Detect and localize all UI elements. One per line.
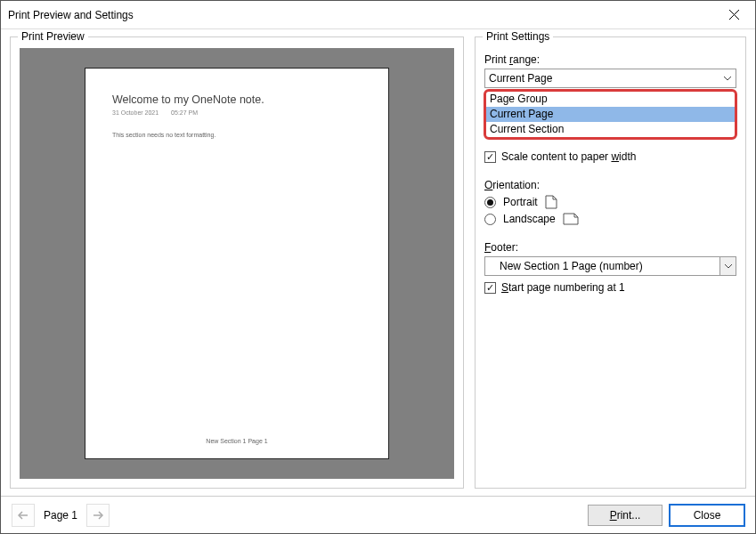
orientation-label: Orientation: [484,179,736,191]
prev-page-button[interactable] [12,504,35,527]
svg-marker-2 [546,196,557,208]
arrow-left-icon [18,510,28,521]
print-range-dropdown: Page Group Current Page Current Section [484,89,737,140]
dialog-body: Print Preview Welcome to my OneNote note… [1,29,755,496]
footer-combo[interactable]: New Section 1 Page (number) [484,256,736,276]
arrow-right-icon [93,510,103,521]
preview-page-title: Welcome to my OneNote note. [112,93,362,106]
start-numbering-row: Start page numbering at 1 [484,281,736,294]
close-button[interactable] [719,3,748,28]
footer-value: New Section 1 Page (number) [489,260,643,272]
orientation-landscape-row: Landscape [484,213,736,225]
titlebar: Print Preview and Settings [1,1,755,29]
footer-bar: Page 1 Print... Close [1,496,755,533]
landscape-radio[interactable] [484,214,496,225]
page-indicator: Page 1 [44,509,77,522]
window-title: Print Preview and Settings [8,9,719,21]
footer-section: Footer: New Section 1 Page (number) [484,241,736,294]
portrait-icon [545,195,557,209]
svg-marker-3 [564,214,578,224]
orientation-portrait-row: Portrait [484,195,736,209]
print-preview-legend: Print Preview [18,30,88,43]
preview-page: Welcome to my OneNote note. 31 October 2… [85,68,389,459]
print-preview-group: Print Preview Welcome to my OneNote note… [10,36,464,489]
portrait-radio[interactable] [484,197,496,208]
print-range-value: Current Page [489,72,552,85]
print-range-label: Print range: [484,53,736,66]
chevron-down-icon [719,69,736,87]
print-settings-group: Print Settings Print range: Current Page… [475,36,746,489]
settings-inner: Print range: Current Page Page Group Cur… [484,48,736,294]
print-range-combo[interactable]: Current Page Page Group Current Page Cur… [484,69,736,88]
landscape-label: Landscape [503,213,556,225]
print-settings-legend: Print Settings [483,30,553,43]
print-range-option-page-group[interactable]: Page Group [486,92,735,107]
preview-page-footer: New Section 1 Page 1 [112,438,362,444]
start-numbering-label: Start page numbering at 1 [501,281,625,294]
orientation-section: Orientation: Portrait [484,179,736,225]
start-numbering-checkbox[interactable] [484,282,496,294]
preview-page-time: 05:27 PM [171,109,198,116]
preview-page-date: 31 October 2021 [112,109,159,116]
print-range-option-current-section[interactable]: Current Section [486,122,735,137]
next-page-button[interactable] [86,504,110,527]
close-dialog-button[interactable]: Close [670,505,744,526]
print-button[interactable]: Print... [588,505,663,526]
preview-page-meta: 31 October 2021 05:27 PM [112,109,362,116]
scale-checkbox[interactable] [484,151,496,163]
footer-label: Footer: [484,241,736,254]
scale-row: Scale content to paper width [484,150,736,163]
chevron-down-icon [719,257,736,275]
portrait-label: Portrait [503,196,538,208]
scale-label: Scale content to paper width [501,150,636,163]
print-preview-dialog: Print Preview and Settings Print Preview… [0,0,756,534]
print-range-option-current-page[interactable]: Current Page [486,107,735,122]
preview-page-body: This section needs no text formatting. [112,132,362,438]
close-icon [729,10,739,20]
preview-area: Welcome to my OneNote note. 31 October 2… [20,48,454,479]
landscape-icon [563,213,579,225]
